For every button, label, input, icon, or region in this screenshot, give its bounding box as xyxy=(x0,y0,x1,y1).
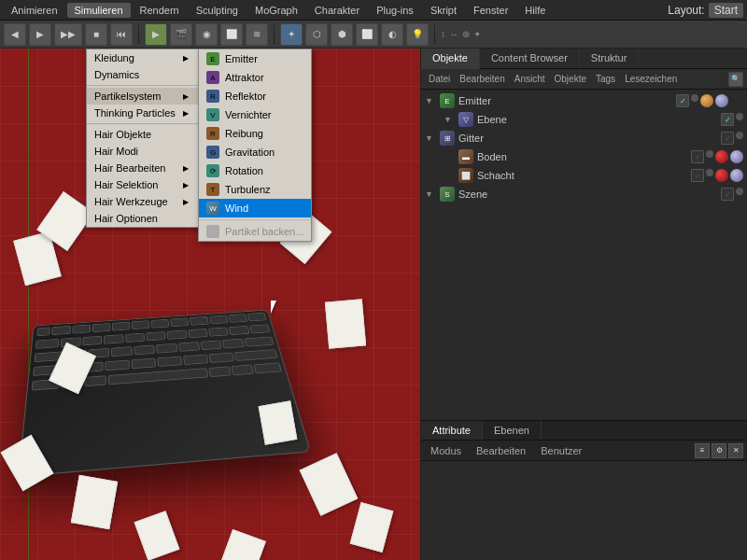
menu-rendern[interactable]: Rendern xyxy=(133,3,187,18)
schacht-material2[interactable] xyxy=(730,169,743,182)
menu-hair-bearbeiten[interactable]: Hair Bearbeiten xyxy=(87,160,207,176)
submenu-emitter[interactable]: E Emitter xyxy=(199,49,311,68)
attributes-section: Attribute Ebenen Modus Bearbeiten Benutz… xyxy=(421,420,747,560)
menu-mograph[interactable]: MoGraph xyxy=(247,3,305,18)
tab-struktur[interactable]: Struktur xyxy=(580,49,640,68)
expand-gitter[interactable]: ▼ xyxy=(425,133,436,143)
toolbar-btn-10[interactable]: ⬢ xyxy=(331,23,353,46)
menu-partikelsystem[interactable]: Partikelsystem xyxy=(87,88,207,105)
menu-thinking-particles[interactable]: Thinking Particles xyxy=(87,105,207,121)
toolbar-btn-12[interactable]: ◐ xyxy=(381,23,403,46)
toolbar-btn-7[interactable]: ⬜ xyxy=(220,23,243,46)
attr-benutzer[interactable]: Benutzer xyxy=(535,443,587,458)
obj-row-gitter[interactable]: ▼ ⊞ Gitter ✓ xyxy=(421,129,747,147)
menu-hair-werkzeuge[interactable]: Hair Werkzeuge xyxy=(87,193,207,210)
menu-simulieren[interactable]: Simulieren xyxy=(67,3,131,18)
expand-ebene[interactable]: ▼ xyxy=(444,115,455,124)
obj-row-schacht[interactable]: ▼ ⬜ Schacht ✓ xyxy=(421,166,747,185)
gitter-check[interactable]: ✓ xyxy=(721,132,734,145)
attr-icon-2[interactable]: ⚙ xyxy=(712,443,726,458)
submenu-reibung[interactable]: R Reibung xyxy=(199,124,311,143)
tab-attribute[interactable]: Attribute xyxy=(421,421,483,440)
submenu-wind[interactable]: W Wind xyxy=(199,199,311,217)
emitter-name: Emitter xyxy=(458,95,672,106)
submenu-rotation[interactable]: ⟳ Rotation xyxy=(199,161,311,180)
menu-hair-selektion[interactable]: Hair Selektion xyxy=(87,176,207,193)
attr-toolbar: Modus Bearbeiten Benutzer ≡ ⚙ ✕ xyxy=(421,441,747,461)
attr-modus[interactable]: Modus xyxy=(425,443,467,458)
emitter-checkboxes: ✓ xyxy=(676,94,743,107)
menu-dynamics[interactable]: Dynamics xyxy=(87,66,207,83)
obj-datei[interactable]: Datei xyxy=(425,72,454,86)
menu-skript[interactable]: Skript xyxy=(423,3,464,18)
obj-row-ebene[interactable]: ▼ ▽ Ebene ✓ xyxy=(421,110,747,129)
menu-sculpting[interactable]: Sculpting xyxy=(189,3,246,18)
emitter-check[interactable]: ✓ xyxy=(676,94,689,107)
boden-material2[interactable] xyxy=(730,150,743,163)
menu-hair-modi[interactable]: Hair Modi xyxy=(87,143,207,160)
toolbar-particle-btn[interactable]: ✦ xyxy=(280,23,303,46)
toolbar-btn-5[interactable]: ⏮ xyxy=(110,23,133,46)
submenu-reflektor[interactable]: R Reflektor xyxy=(199,87,311,105)
obj-bearbeiten[interactable]: Bearbeiten xyxy=(456,72,508,86)
submenu-gravitation[interactable]: G Gravitation xyxy=(199,143,311,161)
menu-hair-optionen[interactable]: Hair Optionen xyxy=(87,210,207,227)
schacht-material[interactable] xyxy=(715,169,728,182)
submenu-turbulenz[interactable]: T Turbulenz xyxy=(199,180,311,199)
szene-check[interactable]: ✓ xyxy=(721,188,734,201)
emitter-material[interactable] xyxy=(700,94,713,107)
toolbar-render2-btn[interactable]: 🎬 xyxy=(170,23,192,46)
submenu-attraktor[interactable]: A Attraktor xyxy=(199,68,311,87)
submenu-partikel-backen[interactable]: Partikel backen... xyxy=(199,222,311,241)
tab-content-browser[interactable]: Content Browser xyxy=(480,49,580,68)
attr-bearbeiten[interactable]: Bearbeiten xyxy=(471,443,531,458)
toolbar-render-btn[interactable]: ▶ xyxy=(145,23,167,46)
schacht-name: Schacht xyxy=(477,170,687,181)
toolbar-btn-4[interactable]: ■ xyxy=(85,23,107,46)
menu-fenster[interactable]: Fenster xyxy=(466,3,515,18)
ebene-check[interactable]: ✓ xyxy=(721,113,734,126)
menu-charakter[interactable]: Charakter xyxy=(307,3,367,18)
toolbar-btn-11[interactable]: ⬜ xyxy=(356,23,378,46)
expand-szene[interactable]: ▼ xyxy=(425,189,436,199)
boden-check[interactable]: ✓ xyxy=(691,150,704,163)
reflektor-icon: R xyxy=(206,90,219,103)
viewport[interactable]: Kleidung Dynamics Partikelsystem Thinkin… xyxy=(0,49,420,560)
obj-row-boden[interactable]: ▼ ▬ Boden ✓ xyxy=(421,147,747,166)
search-icon[interactable]: 🔍 xyxy=(728,72,743,87)
boden-material[interactable] xyxy=(715,150,728,163)
obj-objekte[interactable]: Objekte xyxy=(551,72,590,86)
menu-plugins[interactable]: Plug-ins xyxy=(369,3,421,18)
gravitation-icon: G xyxy=(206,146,219,159)
toolbar-btn-6[interactable]: ◉ xyxy=(195,23,218,46)
expand-emitter[interactable]: ▼ xyxy=(425,96,436,105)
ebene-dot xyxy=(736,113,743,120)
attr-icon-1[interactable]: ≡ xyxy=(695,443,710,458)
toolbar-btn-8[interactable]: ≋ xyxy=(246,23,268,46)
obj-ansicht[interactable]: Ansicht xyxy=(511,72,549,86)
menu-hilfe[interactable]: Hilfe xyxy=(517,3,553,18)
szene-obj-icon: S xyxy=(440,187,455,202)
expand-boden: ▼ xyxy=(444,152,455,161)
obj-tags[interactable]: Tags xyxy=(592,72,619,86)
szene-dot xyxy=(736,188,743,195)
obj-lesezeichen[interactable]: Lesezeichen xyxy=(621,72,681,86)
tab-objekte[interactable]: Objekte xyxy=(421,49,480,69)
obj-row-emitter[interactable]: ▼ E Emitter ✓ xyxy=(421,91,747,110)
toolbar-btn-2[interactable]: ▶ xyxy=(29,23,51,46)
submenu-vernichter[interactable]: V Vernichter xyxy=(199,105,311,124)
layout-value[interactable]: Start xyxy=(709,3,743,18)
toolbar-btn-9[interactable]: ⬡ xyxy=(305,23,328,46)
toolbar-btn-3[interactable]: ▶▶ xyxy=(54,23,82,46)
toolbar-btn-1[interactable]: ◀ xyxy=(4,23,26,46)
menu-hair-objekte[interactable]: Hair Objekte xyxy=(87,126,207,143)
tab-ebenen[interactable]: Ebenen xyxy=(483,421,542,440)
szene-checkboxes: ✓ xyxy=(721,188,743,201)
menu-kleidung[interactable]: Kleidung xyxy=(87,49,207,66)
schacht-check[interactable]: ✓ xyxy=(691,169,704,182)
attr-icon-3[interactable]: ✕ xyxy=(728,443,743,458)
emitter-material2[interactable] xyxy=(715,94,728,107)
obj-row-szene[interactable]: ▼ S Szene ✓ xyxy=(421,185,747,203)
menu-animieren[interactable]: Animieren xyxy=(4,3,65,18)
toolbar-btn-13[interactable]: 💡 xyxy=(406,23,429,46)
